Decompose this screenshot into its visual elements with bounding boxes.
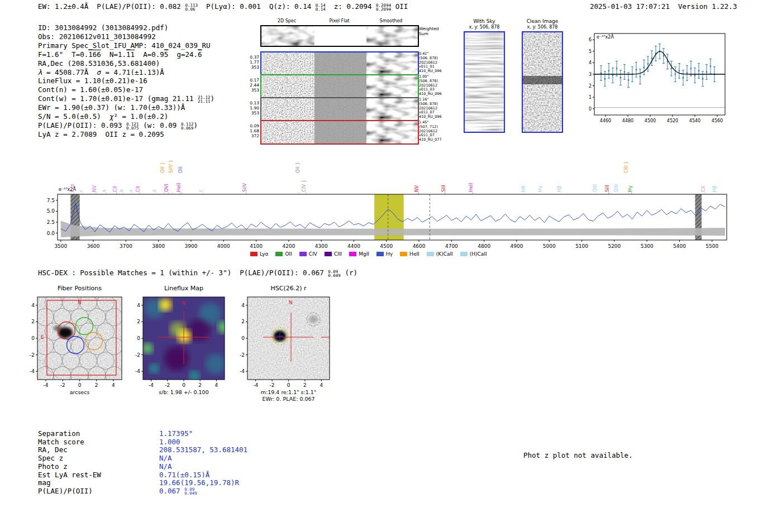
match-row: Spec zN/A	[38, 454, 247, 463]
tick-label: -4	[253, 382, 258, 388]
tick-label: 4	[31, 303, 35, 308]
spec2d-row-strip	[260, 97, 419, 122]
info-line: Cont(w) = 1.70(±0.01)e-17 (gmag 21.11 21…	[38, 94, 214, 103]
match-row: Match score1.000	[38, 438, 247, 447]
match-row: Separation1.17395"	[38, 430, 247, 438]
legend-swatch	[400, 252, 407, 256]
match-row-value: N/A	[159, 454, 172, 462]
emission-line-label: Hδ	[521, 185, 526, 192]
legend-item: Hγ	[376, 251, 393, 257]
east-label: E	[41, 334, 44, 340]
legend-swatch	[299, 252, 307, 256]
tick-label: 4560	[712, 118, 723, 123]
spec2d-row: 0.13 1.90 353 1.16" (506, 878) 20210612 …	[249, 97, 441, 119]
units-label: e⁻¹⁷x2Å	[597, 33, 614, 40]
info-line: ID: 3013084992 (3013084992.pdf)	[38, 23, 214, 32]
match-row-value: N/A	[159, 462, 172, 471]
spec2d-row: 0.37 1.77 353 0.42" (506, 878) 20210612 …	[249, 51, 441, 74]
tick-label: 4	[215, 382, 218, 388]
emission-line-label: OVI	[164, 184, 169, 192]
info-line: F=1.6" T=0.166 N=1.11 A=0.95 g=24.6	[38, 50, 214, 59]
info-line: LineFlux = 1.10(±0.21)e-16	[38, 76, 214, 85]
summary-header: EW: 1.2±0.4Å P(LAE)/P(OII): 0.082 0.1130…	[38, 2, 408, 11]
fiber-title: Fiber Positions	[37, 285, 122, 292]
fiber-weight-labels: 0.37 1.77 353	[249, 55, 259, 70]
tick-label: -4	[44, 382, 49, 388]
emission-line-label: SiIV }	[168, 160, 174, 173]
stacked-uncertainty: 0.1120.069	[181, 122, 194, 130]
map-blob-bright	[178, 329, 191, 343]
legend-label: CIII	[334, 251, 342, 257]
version: Version 1.22.3	[678, 2, 737, 11]
tick-label: 2.5	[47, 219, 55, 225]
legend-swatch	[325, 252, 332, 256]
spec2d-row-strip	[260, 74, 419, 99]
tick-label: -2	[30, 352, 35, 358]
spec2d-row: 0.17 2.44 353 1.00" (506, 878) 20210612 …	[249, 74, 441, 97]
match-row-label: Separation	[38, 430, 159, 438]
weighted-sum-label: Weighted Sum	[419, 27, 439, 36]
emission-line-label: CII	[112, 186, 118, 192]
emission-line-label: OII }	[160, 162, 165, 173]
emission-line-label: OII	[178, 166, 183, 173]
emission-line-label: SiII	[604, 185, 610, 192]
match-row: mag19.66(19.56,19.78)R	[38, 479, 247, 487]
match-row-value: 19.66(19.56,19.78)R	[159, 478, 239, 487]
legend-item: (K)CaII	[427, 251, 453, 257]
withsky-noise	[465, 32, 504, 132]
map-blob	[164, 346, 189, 371]
tick-label: -2	[165, 382, 170, 388]
spec2d-weighted-strip	[260, 25, 419, 47]
emission-line-label: OIII	[613, 184, 619, 192]
fiber-weight-labels: 0.13 1.90 353	[249, 100, 259, 116]
weighted-strip-image	[261, 26, 418, 46]
emission-line-label: β	[152, 189, 157, 192]
tick-label: 0	[182, 382, 185, 388]
row-strip-image	[261, 75, 418, 98]
stacked-uncertainty: 0.090.049	[184, 487, 197, 496]
stacked-uncertainty: 0.1210.075	[126, 122, 139, 130]
map-blob	[149, 363, 159, 373]
legend-item: Lyα	[250, 251, 268, 257]
tick-label: 4900	[511, 243, 523, 249]
emission-line-label: Hβ	[556, 185, 562, 192]
tick-label: 0	[589, 107, 592, 112]
tick-label: 0	[78, 382, 82, 388]
tick-label: 2	[31, 319, 35, 324]
legend-label: MgII	[359, 251, 369, 257]
match-row-label: Match score	[38, 438, 159, 447]
tick-label: -4	[240, 368, 245, 374]
legend-swatch	[427, 252, 434, 256]
withsky-title: With Sky	[464, 18, 505, 24]
tick-label: 4520	[667, 118, 678, 123]
withsky-image	[464, 31, 505, 133]
tick-label: 2	[95, 382, 98, 388]
spec2d-row-strip	[260, 51, 419, 76]
tick-label: 2	[137, 319, 140, 324]
emission-line-label: NV	[92, 185, 97, 192]
hsc-content: N	[247, 297, 330, 380]
lineflux-title: Lineflux Map	[143, 285, 225, 292]
legend-label: (K)CaII	[436, 251, 453, 257]
fiber-meta-labels: 1.45" (507, 712) 20210612 v011_07 410_RU…	[419, 121, 442, 142]
legend-swatch	[460, 252, 468, 256]
clean-subtitle: x, y: 506, 878	[522, 25, 563, 30]
info-line: LyA z = 2.7089 OII z = 0.2095	[38, 130, 214, 139]
tick-label: -2	[60, 382, 65, 388]
info-block: ID: 3013084992 (3013084992.pdf)Obs: 2021…	[38, 23, 214, 139]
tick-label: 0.0	[47, 231, 55, 236]
tick-label: 4	[112, 382, 115, 388]
tick-label: -2	[135, 352, 140, 358]
tick-label: 4500	[645, 118, 656, 123]
emission-line-label: CII	[135, 186, 141, 192]
match-row: Photo zN/A	[38, 463, 247, 471]
fiber-meta-labels: 0.42" (506, 878) 20210612 v011_01 410_RU…	[419, 52, 442, 74]
match-row-label: Spec z	[38, 454, 159, 463]
emission-line-label: Hγ	[627, 186, 633, 192]
hsc-title: HSC(26.2) r	[247, 285, 330, 292]
tick-label: -4	[135, 368, 140, 374]
north-label: N	[289, 300, 293, 305]
emission-line-label: OII }	[295, 162, 301, 173]
tick-label: 5000	[543, 243, 556, 249]
stacked-uncertainty: 0.140.14	[316, 3, 326, 11]
